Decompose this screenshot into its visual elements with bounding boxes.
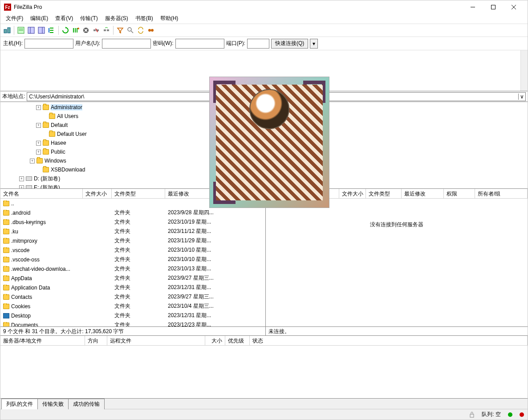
lock-icon[interactable]	[469, 412, 475, 418]
dropdown-icon[interactable]: ∨	[518, 94, 525, 100]
file-row[interactable]: Documents文件夹2023/12/23 星期...	[0, 320, 265, 326]
username-input[interactable]	[102, 39, 151, 49]
local-file-list: 文件名 文件大小 文件类型 最近修改 ...android文件夹2023/9/2…	[0, 189, 266, 326]
menu-view[interactable]: 查看(V)	[52, 14, 77, 24]
menu-transfer[interactable]: 传输(T)	[77, 14, 101, 24]
refresh-icon[interactable]	[61, 25, 70, 35]
folder-icon	[37, 158, 43, 163]
file-row[interactable]: Application Data文件夹2023/12/31 星期...	[0, 283, 265, 292]
col-name[interactable]: 文件名	[0, 189, 83, 198]
folder-icon	[43, 149, 49, 155]
toggle-queue-icon[interactable]	[47, 25, 57, 35]
col-size[interactable]: 文件大小	[339, 189, 366, 198]
folder-icon	[43, 122, 49, 128]
folder-icon	[3, 229, 9, 234]
toggle-log-icon[interactable]	[16, 25, 26, 35]
process-queue-icon[interactable]	[71, 25, 81, 35]
col-modified[interactable]: 最近修改	[402, 189, 444, 198]
col-owner[interactable]: 所有者/组	[475, 189, 528, 198]
col-dir[interactable]: 方向	[85, 336, 107, 345]
title-bar: Fz FileZilla Pro	[0, 0, 528, 14]
sync-browse-icon[interactable]	[136, 25, 146, 35]
filter-icon[interactable]	[115, 25, 125, 35]
col-type[interactable]: 文件类型	[112, 189, 165, 198]
queue-body[interactable]	[0, 346, 528, 398]
file-row[interactable]: .ku文件夹2023/11/12 星期...	[0, 227, 265, 236]
toolbar	[0, 24, 528, 37]
file-row[interactable]: .android文件夹2023/9/28 星期四...	[0, 208, 265, 217]
expand-icon[interactable]: +	[19, 176, 24, 181]
file-row[interactable]: .dbus-keyrings文件夹2023/10/19 星期...	[0, 217, 265, 227]
toggle-remote-tree-icon[interactable]	[37, 25, 46, 35]
maximize-button[interactable]	[483, 0, 504, 14]
menu-bookmarks[interactable]: 书签(B)	[132, 14, 157, 24]
expand-icon[interactable]	[42, 132, 47, 137]
folder-icon	[49, 131, 55, 137]
tab-failed[interactable]: 传输失败	[37, 399, 69, 409]
cell-name: Documents	[0, 322, 83, 327]
expand-icon[interactable]	[42, 114, 47, 119]
folder-icon	[49, 114, 55, 119]
col-server[interactable]: 服务器/本地文件	[0, 336, 85, 345]
led-green-icon	[508, 412, 512, 417]
status-bar: 队列: 空	[0, 409, 528, 420]
file-row[interactable]: Cookies文件夹2023/10/4 星期三...	[0, 302, 265, 311]
menu-file[interactable]: 文件(F)	[2, 14, 27, 24]
file-row[interactable]: Desktop文件夹2023/12/31 星期...	[0, 311, 265, 320]
expand-icon[interactable]: +	[36, 150, 41, 155]
compare-icon[interactable]	[126, 25, 135, 35]
disconnect-icon[interactable]	[91, 25, 101, 35]
col-type[interactable]: 文件类型	[366, 189, 402, 198]
expand-icon[interactable]: +	[30, 159, 35, 163]
cell-type: 文件夹	[112, 284, 165, 291]
cancel-icon[interactable]	[81, 25, 91, 35]
expand-icon[interactable]: +	[19, 185, 24, 189]
menu-help[interactable]: 帮助(H)	[157, 14, 182, 24]
col-size[interactable]: 大小	[205, 336, 225, 345]
file-row[interactable]: .vscode文件夹2023/10/10 星期...	[0, 245, 265, 255]
tree-label: Public	[51, 149, 65, 155]
folder-icon	[3, 257, 9, 262]
col-perm[interactable]: 权限	[444, 189, 475, 198]
separator	[58, 26, 59, 35]
reconnect-icon[interactable]	[102, 25, 111, 35]
file-row[interactable]: .mitmproxy文件夹2023/11/29 星期...	[0, 236, 265, 245]
port-label: 端口(P):	[226, 40, 245, 47]
cell-type: 文件夹	[112, 237, 165, 245]
svg-point-13	[77, 28, 79, 29]
quickconnect-button[interactable]: 快速连接(Q)	[271, 39, 308, 49]
col-prio[interactable]: 优先级	[225, 336, 250, 345]
cell-modified: 2023/10/4 星期三...	[165, 302, 265, 310]
minimize-button[interactable]	[463, 0, 483, 14]
scrollbar[interactable]	[520, 50, 528, 91]
file-row[interactable]: Contacts文件夹2023/9/27 星期三...	[0, 292, 265, 302]
toggle-local-tree-icon[interactable]	[26, 25, 36, 35]
file-row[interactable]: AppData文件夹2023/9/27 星期三...	[0, 273, 265, 283]
tab-success[interactable]: 成功的传输	[68, 399, 105, 409]
expand-icon[interactable]: +	[36, 123, 41, 128]
host-input[interactable]	[24, 39, 73, 49]
remote-file-list: 文件名 文件大小 文件类型 最近修改 权限 所有者/组 没有连接到任何服务器	[266, 189, 528, 326]
col-status[interactable]: 状态	[250, 336, 528, 345]
col-size[interactable]: 文件大小	[83, 189, 112, 198]
cell-modified: 2023/10/10 星期...	[165, 246, 265, 254]
tab-queued[interactable]: 列队的文件	[1, 399, 38, 409]
menu-server[interactable]: 服务器(S)	[102, 14, 132, 24]
file-row[interactable]: .wechat-video-downloa...文件夹2023/10/13 星期…	[0, 264, 265, 273]
expand-icon[interactable]: +	[36, 141, 41, 146]
port-input[interactable]	[247, 39, 269, 49]
local-files-body[interactable]: ...android文件夹2023/9/28 星期四....dbus-keyri…	[0, 199, 265, 326]
folder-icon	[3, 285, 9, 290]
tree-label: All Users	[57, 113, 78, 119]
find-icon[interactable]	[146, 25, 156, 35]
expand-icon[interactable]: +	[36, 105, 41, 110]
expand-icon[interactable]	[36, 167, 41, 172]
site-manager-icon[interactable]	[2, 25, 12, 35]
file-row[interactable]: .vscode-oss文件夹2023/10/10 星期...	[0, 255, 265, 264]
close-button[interactable]	[504, 0, 524, 14]
quickconnect-dropdown-icon[interactable]: ▾	[310, 39, 318, 49]
menu-edit[interactable]: 编辑(E)	[27, 14, 52, 24]
password-input[interactable]	[175, 39, 224, 49]
svg-line-23	[131, 31, 133, 33]
col-remote[interactable]: 远程文件	[107, 336, 205, 345]
